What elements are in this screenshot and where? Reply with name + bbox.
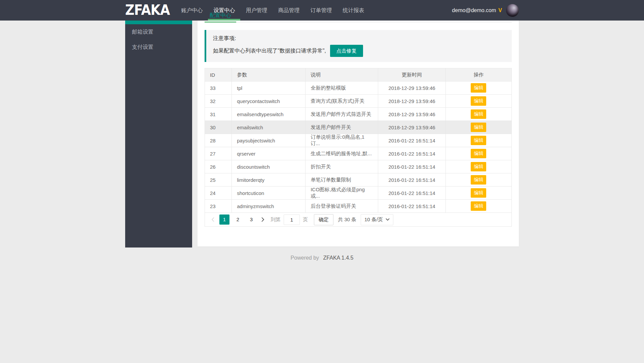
table-row: 27qrserver生成二维码的服务地址,默...2016-01-22 16:5…: [205, 147, 512, 160]
sidebar-item-2[interactable]: 支付设置: [125, 39, 192, 55]
cell-updated: 2016-01-22 16:51:14: [378, 134, 446, 147]
edit-button[interactable]: 编辑: [471, 162, 486, 171]
cell-desc: 发送用户邮件开关: [306, 121, 378, 134]
column-header-1: 参数: [232, 68, 306, 81]
cell-param: shortcuticon: [232, 187, 306, 200]
edit-button[interactable]: 编辑: [471, 188, 486, 198]
fix-button[interactable]: 点击修复: [330, 45, 363, 57]
cell-desc: 订单说明显示:0商品名,1订...: [306, 134, 378, 147]
notice-message: 如果配置中心列表中出现了"数据接口请求异常",: [213, 47, 326, 55]
goto-page-input[interactable]: [284, 214, 300, 225]
cell-actions: 编辑: [445, 160, 511, 173]
nav-item-5[interactable]: 统计报表: [337, 0, 369, 21]
cell-desc: 折扣开关: [306, 160, 378, 173]
cell-id: 26: [205, 160, 232, 173]
page-number-1[interactable]: 1: [219, 214, 229, 225]
table-header-row: ID参数说明更新时间操作: [205, 68, 512, 81]
column-header-2: 说明: [306, 68, 378, 81]
per-page-select[interactable]: 10 条/页: [361, 214, 393, 225]
cell-updated: 2016-01-22 16:51:14: [378, 160, 446, 173]
cell-param: emailswitch: [232, 121, 306, 134]
table-body: 33tpl全新的整站模版2018-12-29 13:59:46编辑32query…: [205, 81, 512, 213]
nav-item-label: 订单管理: [310, 7, 332, 13]
next-page-icon[interactable]: [258, 214, 267, 225]
table-row: 32querycontactswitch查询方式(联系方式)开关2018-12-…: [205, 95, 512, 108]
page-unit-label: 页: [303, 217, 308, 223]
chevron-down-icon: [386, 218, 390, 221]
edit-button[interactable]: 编辑: [471, 201, 486, 211]
cell-param: qrserver: [232, 147, 306, 160]
edit-button[interactable]: 编辑: [471, 83, 486, 93]
cell-id: 25: [205, 173, 232, 187]
tab-label: 配置中心: [210, 12, 231, 18]
cell-updated: 2018-12-29 13:59:46: [378, 95, 446, 108]
cell-actions: 编辑: [445, 108, 511, 121]
active-tab-indicator: [205, 22, 236, 23]
cell-desc: 发送用户邮件方式筛选开关: [306, 108, 378, 121]
edit-button[interactable]: 编辑: [471, 136, 486, 145]
nav-item-0[interactable]: 账户中心: [176, 0, 208, 21]
cell-param: discountswitch: [232, 160, 306, 173]
table-row: 24shortcuticonICO图标,格式必须是png或...2016-01-…: [205, 187, 512, 200]
table-row: 31emailsendtypeswitch发送用户邮件方式筛选开关2018-12…: [205, 108, 512, 121]
cell-actions: 编辑: [445, 187, 511, 200]
cell-id: 32: [205, 95, 232, 108]
page-numbers: 123: [218, 214, 258, 225]
nav-item-4[interactable]: 订单管理: [305, 0, 337, 21]
powered-by-text: Powered by: [291, 255, 319, 261]
cell-id: 33: [205, 81, 232, 95]
prev-page-icon[interactable]: [208, 214, 218, 225]
user-area: demo@demo.com V: [452, 4, 519, 17]
cell-id: 31: [205, 108, 232, 121]
per-page-value: 10 条/页: [364, 217, 383, 223]
sidebar-item-1[interactable]: 邮箱设置: [125, 24, 192, 39]
table-row: 26discountswitch折扣开关2016-01-22 16:51:14编…: [205, 160, 512, 173]
column-header-4: 操作: [445, 68, 511, 81]
cell-id: 23: [205, 200, 232, 213]
table-row: 30emailswitch发送用户邮件开关2018-12-29 13:59:46…: [205, 121, 512, 134]
column-header-3: 更新时间: [378, 68, 446, 81]
cell-id: 27: [205, 147, 232, 160]
cell-actions: 编辑: [445, 173, 511, 187]
user-email[interactable]: demo@demo.com: [452, 7, 496, 13]
nav-item-label: 账户中心: [181, 7, 203, 13]
page-number-3[interactable]: 3: [246, 214, 256, 225]
version-link[interactable]: ZFAKA 1.4.5: [323, 255, 354, 261]
cell-updated: 2018-12-29 13:59:46: [378, 108, 446, 121]
edit-button[interactable]: 编辑: [471, 123, 486, 132]
cell-actions: 编辑: [445, 134, 511, 147]
footer: Powered by ZFAKA 1.4.5: [125, 255, 519, 261]
content-card: 配置中心 注意事项: 如果配置中心列表中出现了"数据接口请求异常", 点击修复 …: [198, 5, 519, 246]
table-row: 28paysubjectswitch订单说明显示:0商品名,1订...2016-…: [205, 134, 512, 147]
cell-actions: 编辑: [445, 147, 511, 160]
nav-item-label: 商品管理: [278, 7, 299, 13]
cell-actions: 编辑: [445, 121, 511, 134]
column-header-0: ID: [205, 68, 232, 81]
cell-updated: 2018-12-29 13:59:46: [378, 81, 446, 95]
nav-item-2[interactable]: 用户管理: [240, 0, 273, 21]
cell-desc: 后台登录验证码开关: [306, 200, 378, 213]
page-number-2[interactable]: 2: [233, 214, 243, 225]
cell-actions: 编辑: [445, 95, 511, 108]
navbar-container: ZFAKA 账户中心设置中心用户管理商品管理订单管理统计报表 demo@demo…: [125, 0, 519, 21]
edit-button[interactable]: 编辑: [471, 109, 486, 119]
sidebar-item-label: 支付设置: [132, 44, 153, 50]
config-table: ID参数说明更新时间操作 33tpl全新的整站模版2018-12-29 13:5…: [205, 68, 512, 213]
sidebar-item-label: 邮箱设置: [132, 29, 153, 35]
cell-desc: 生成二维码的服务地址,默...: [306, 147, 378, 160]
top-navbar: ZFAKA 账户中心设置中心用户管理商品管理订单管理统计报表 demo@demo…: [0, 0, 644, 21]
edit-button[interactable]: 编辑: [471, 96, 486, 106]
cell-param: querycontactswitch: [232, 95, 306, 108]
cell-actions: 编辑: [445, 81, 511, 95]
tab-config-center[interactable]: 配置中心: [205, 9, 236, 22]
nav-item-3[interactable]: 商品管理: [273, 0, 305, 21]
edit-button[interactable]: 编辑: [471, 175, 486, 185]
cell-updated: 2018-12-29 13:59:46: [378, 121, 446, 134]
avatar[interactable]: [506, 4, 519, 17]
confirm-button[interactable]: 确定: [314, 214, 333, 225]
caret-down-icon[interactable]: V: [498, 7, 502, 13]
app-logo[interactable]: ZFAKA: [125, 0, 170, 22]
edit-button[interactable]: 编辑: [471, 149, 486, 158]
cell-updated: 2016-01-22 16:51:14: [378, 173, 446, 187]
table-row: 23adminyzmswitch后台登录验证码开关2016-01-22 16:5…: [205, 200, 512, 213]
